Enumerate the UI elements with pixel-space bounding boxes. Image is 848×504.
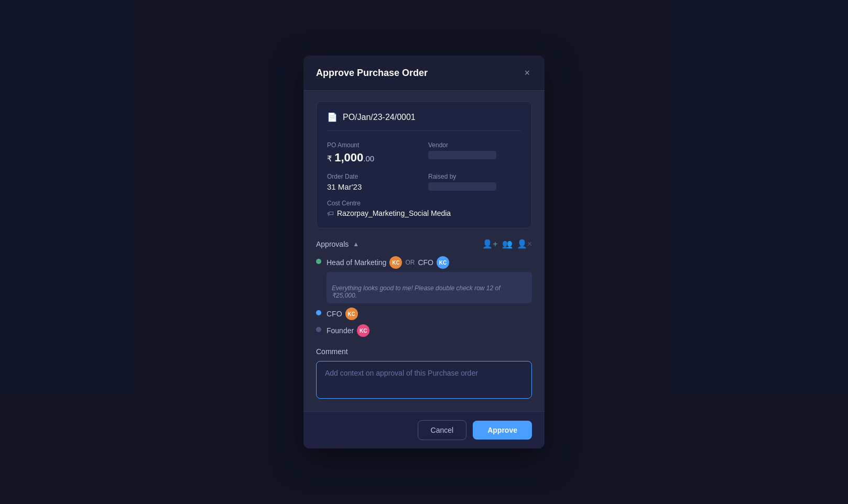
modal-title: Approve Purchase Order: [316, 68, 428, 79]
approve-po-modal: Approve Purchase Order × 📄 PO/Jan/23-24/…: [303, 56, 545, 448]
raised-by-value: [428, 182, 521, 192]
po-details-grid: PO Amount ₹ 1,000.00 Vendor: [327, 141, 521, 192]
raised-by-blurred: [428, 182, 496, 191]
avatar-hom: KC: [389, 256, 402, 269]
approval-role-3: Founder: [327, 326, 354, 335]
comment-section: Comment: [316, 347, 532, 401]
order-date-label: Order Date: [327, 173, 420, 180]
approval-content-1: Head of Marketing KC OR CFO KC Everythin…: [327, 256, 532, 303]
tag-icon: 🏷: [327, 210, 334, 217]
approvals-actions: 👤+ 👥 👤×: [482, 239, 532, 249]
approval-comment-text: Everything looks good to me! Please doub…: [332, 284, 527, 299]
or-text-1: OR: [405, 259, 415, 266]
cancel-button[interactable]: Cancel: [418, 420, 467, 440]
cost-centre-name: Razorpay_Marketing_Social Media: [337, 209, 451, 217]
modal-header: Approve Purchase Order ×: [303, 56, 545, 91]
avatar-founder: KC: [357, 324, 369, 337]
approval-role-row-3: Founder KC: [327, 324, 532, 337]
approval-commenter-name: [332, 276, 527, 283]
modal-footer: Cancel Approve: [303, 411, 545, 448]
avatar-cfo-2: KC: [345, 308, 358, 320]
approvals-section: Approvals ▲ 👤+ 👥 👤× Head of Marketing: [316, 239, 532, 337]
approval-role-row-2: CFO KC: [327, 308, 532, 320]
document-icon: 📄: [327, 112, 338, 122]
approve-button[interactable]: Approve: [473, 421, 532, 440]
avatar-cfo-1: KC: [437, 256, 449, 269]
raised-by-field: Raised by: [428, 173, 521, 192]
approval-role-row-1: Head of Marketing KC OR CFO KC: [327, 256, 532, 269]
add-approver-icon[interactable]: 👤+: [482, 239, 497, 249]
order-date-value: 31 Mar'23: [327, 182, 420, 191]
order-date-field: Order Date 31 Mar'23: [327, 173, 420, 192]
approvals-title: Approvals: [316, 240, 349, 248]
approval-dot-2: [316, 310, 321, 315]
approval-role-1: Head of Marketing: [327, 258, 386, 267]
raised-by-label: Raised by: [428, 173, 521, 180]
approval-dot-3: [316, 327, 321, 332]
vendor-label: Vendor: [428, 141, 521, 149]
approval-item-3: Founder KC: [316, 324, 532, 337]
cost-centre-value: 🏷 Razorpay_Marketing_Social Media: [327, 209, 521, 217]
approval-role-1b: CFO: [418, 258, 433, 267]
vendor-field: Vendor: [428, 141, 521, 165]
comment-label: Comment: [316, 347, 532, 356]
po-amount-label: PO Amount: [327, 141, 420, 149]
approver-action-2-icon[interactable]: 👥: [502, 239, 513, 249]
commenter-blurred: [332, 276, 384, 282]
po-amount-value: ₹ 1,000.00: [327, 151, 420, 165]
cost-centre-label: Cost Centre: [327, 200, 521, 207]
vendor-value: [428, 151, 521, 161]
close-button[interactable]: ×: [522, 66, 532, 80]
approval-comment-box-1: Everything looks good to me! Please doub…: [327, 272, 532, 303]
po-card: 📄 PO/Jan/23-24/0001 PO Amount ₹ 1,000.00…: [316, 101, 532, 228]
approver-action-3-icon[interactable]: 👤×: [517, 239, 532, 249]
approvals-header: Approvals ▲ 👤+ 👥 👤×: [316, 239, 532, 249]
po-amount-field: PO Amount ₹ 1,000.00: [327, 141, 420, 165]
po-number: PO/Jan/23-24/0001: [343, 113, 416, 122]
vendor-blurred: [428, 151, 496, 159]
approval-content-3: Founder KC: [327, 324, 532, 337]
amount-integer: 1,000: [334, 151, 363, 164]
cost-centre-field: Cost Centre 🏷 Razorpay_Marketing_Social …: [327, 200, 521, 217]
currency-symbol: ₹: [327, 154, 334, 163]
chevron-up-icon: ▲: [353, 240, 359, 248]
po-number-row: 📄 PO/Jan/23-24/0001: [327, 112, 521, 131]
modal-overlay: Approve Purchase Order × 📄 PO/Jan/23-24/…: [0, 0, 848, 504]
approval-role-2: CFO: [327, 310, 342, 318]
amount-decimal: .00: [363, 154, 374, 163]
approvals-title-group: Approvals ▲: [316, 240, 359, 248]
approval-dot-1: [316, 259, 321, 264]
modal-body: 📄 PO/Jan/23-24/0001 PO Amount ₹ 1,000.00…: [303, 91, 545, 411]
approval-content-2: CFO KC: [327, 308, 532, 320]
approval-item-1: Head of Marketing KC OR CFO KC Everythin…: [316, 256, 532, 303]
approval-item-2: CFO KC: [316, 308, 532, 320]
comment-textarea[interactable]: [316, 361, 532, 399]
